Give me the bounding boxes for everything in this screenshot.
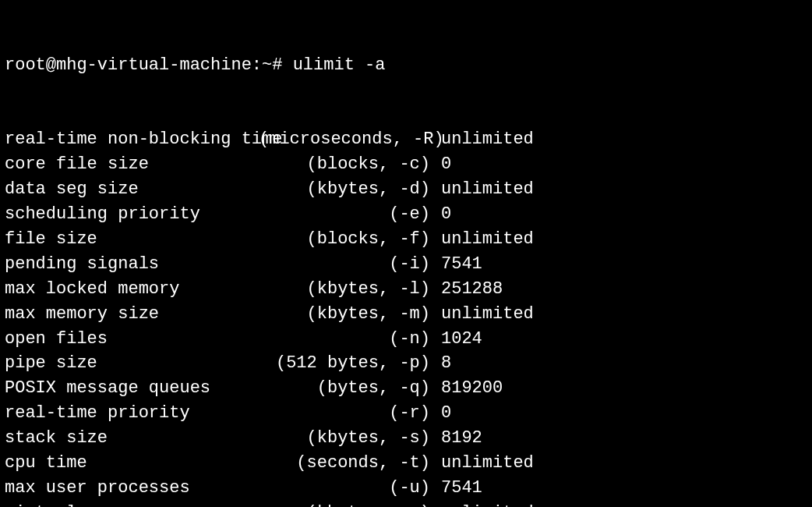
limit-unit: (-u) xyxy=(259,476,430,501)
limit-name: real-time priority xyxy=(5,401,259,426)
limit-name: data seg size xyxy=(5,177,259,202)
limit-row: scheduling priority(-e)0 xyxy=(5,202,807,227)
limit-unit: (seconds, -t) xyxy=(259,451,430,476)
limit-unit: (-e) xyxy=(259,202,430,227)
terminal-output[interactable]: root@mhg-virtual-machine:~# ulimit -a re… xyxy=(5,3,807,507)
limit-name: POSIX message queues xyxy=(5,376,259,401)
limit-row: cpu time(seconds, -t)unlimited xyxy=(5,451,807,476)
limit-name: virtual memory xyxy=(5,501,259,507)
limit-value: 0 xyxy=(430,152,451,177)
limit-value: 7541 xyxy=(430,252,482,277)
limit-value: unlimited xyxy=(430,302,534,327)
limit-row: max memory size(kbytes, -m)unlimited xyxy=(5,302,807,327)
limit-row: pending signals(-i)7541 xyxy=(5,252,807,277)
limit-name: pending signals xyxy=(5,252,259,277)
limit-name: pipe size xyxy=(5,351,259,376)
limit-unit: (-n) xyxy=(259,327,430,352)
limit-unit: (kbytes, -l) xyxy=(259,277,430,302)
limit-unit: (-r) xyxy=(259,401,430,426)
limit-row: file size(blocks, -f)unlimited xyxy=(5,227,807,252)
limit-row: real-time priority(-r)0 xyxy=(5,401,807,426)
limit-row: virtual memory(kbytes, -v)unlimited xyxy=(5,501,807,507)
limit-value: 0 xyxy=(430,401,451,426)
limit-value: 8192 xyxy=(430,426,482,451)
limit-row: POSIX message queues(bytes, -q)819200 xyxy=(5,376,807,401)
limit-unit: (kbytes, -d) xyxy=(259,177,430,202)
limit-unit: (kbytes, -m) xyxy=(259,302,430,327)
prompt-line: root@mhg-virtual-machine:~# ulimit -a xyxy=(5,53,807,78)
limit-row: pipe size(512 bytes, -p)8 xyxy=(5,351,807,376)
limit-value: unlimited xyxy=(430,127,534,152)
limit-name: stack size xyxy=(5,426,259,451)
limit-value: 0 xyxy=(430,202,451,227)
limit-unit: (kbytes, -v) xyxy=(259,501,430,507)
limit-value: 7541 xyxy=(430,476,482,501)
limit-value: unlimited xyxy=(430,501,534,507)
limit-name: real-time non-blocking time xyxy=(5,127,259,152)
limit-unit: (blocks, -f) xyxy=(259,227,430,252)
limit-unit: (512 bytes, -p) xyxy=(259,351,430,376)
limit-value: unlimited xyxy=(430,177,534,202)
limit-row: max user processes(-u)7541 xyxy=(5,476,807,501)
limit-row: data seg size(kbytes, -d)unlimited xyxy=(5,177,807,202)
shell-prompt: root@mhg-virtual-machine:~# xyxy=(5,55,293,75)
limit-value: 819200 xyxy=(430,376,503,401)
limit-name: open files xyxy=(5,327,259,352)
limit-value: unlimited xyxy=(430,227,534,252)
limit-unit: (kbytes, -s) xyxy=(259,426,430,451)
limit-row: core file size(blocks, -c)0 xyxy=(5,152,807,177)
limit-unit: (-i) xyxy=(259,252,430,277)
limit-name: max memory size xyxy=(5,302,259,327)
ulimit-output: real-time non-blocking time(microseconds… xyxy=(5,127,807,507)
limit-name: file size xyxy=(5,227,259,252)
limit-unit: (blocks, -c) xyxy=(259,152,430,177)
limit-row: open files(-n)1024 xyxy=(5,327,807,352)
command-text: ulimit -a xyxy=(293,55,386,75)
limit-row: real-time non-blocking time(microseconds… xyxy=(5,127,807,152)
limit-row: max locked memory(kbytes, -l)251288 xyxy=(5,277,807,302)
limit-name: max user processes xyxy=(5,476,259,501)
limit-row: stack size(kbytes, -s)8192 xyxy=(5,426,807,451)
limit-value: 8 xyxy=(430,351,451,376)
limit-name: scheduling priority xyxy=(5,202,259,227)
limit-name: max locked memory xyxy=(5,277,259,302)
limit-unit: (bytes, -q) xyxy=(259,376,430,401)
limit-value: 251288 xyxy=(430,277,503,302)
limit-value: unlimited xyxy=(430,451,534,476)
limit-unit: (microseconds, -R) xyxy=(259,127,430,152)
limit-value: 1024 xyxy=(430,327,482,352)
limit-name: cpu time xyxy=(5,451,259,476)
limit-name: core file size xyxy=(5,152,259,177)
